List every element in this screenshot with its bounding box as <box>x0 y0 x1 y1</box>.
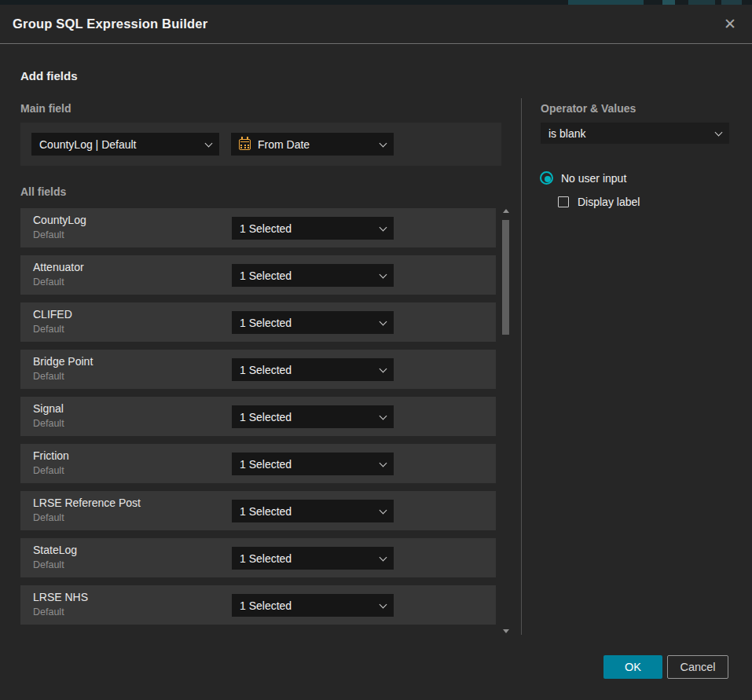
field-selected-value: 1 Selected <box>240 317 292 329</box>
field-row: Attenuator Default 1 Selected <box>20 255 496 295</box>
dialog-titlebar: Group SQL Expression Builder ✕ <box>0 5 752 44</box>
radio-checked-icon <box>540 171 553 185</box>
field-subtitle: Default <box>33 324 64 335</box>
no-user-input-radio[interactable]: No user input <box>540 171 626 185</box>
main-field-source-value: CountyLog | Default <box>39 138 137 151</box>
main-field-label: Main field <box>20 102 72 115</box>
field-name: Signal <box>33 402 64 415</box>
field-name: Friction <box>33 449 69 462</box>
field-selected-value: 1 Selected <box>240 222 292 235</box>
chevron-down-icon <box>380 365 387 372</box>
main-field-date-select[interactable]: From Date <box>231 133 394 156</box>
field-selected-value: 1 Selected <box>240 599 292 612</box>
chevron-down-icon <box>380 270 387 278</box>
scroll-down-icon[interactable] <box>503 629 509 633</box>
all-fields-list: CountyLog Default 1 Selected Attenuator … <box>20 208 496 632</box>
field-name: LRSE Reference Post <box>33 497 141 509</box>
field-selected-value: 1 Selected <box>240 269 292 282</box>
chevron-down-icon <box>380 459 387 467</box>
field-row: Friction Default 1 Selected <box>20 444 496 483</box>
field-selected-dropdown[interactable]: 1 Selected <box>232 594 394 617</box>
chevron-down-icon <box>380 317 387 325</box>
close-icon[interactable]: ✕ <box>721 15 739 34</box>
all-fields-label: All fields <box>20 185 66 198</box>
chevron-down-icon <box>205 139 213 147</box>
field-selected-value: 1 Selected <box>240 364 292 376</box>
main-field-source-select[interactable]: CountyLog | Default <box>31 133 219 156</box>
field-selected-dropdown[interactable]: 1 Selected <box>232 405 394 428</box>
chevron-down-icon <box>380 506 387 514</box>
chevron-down-icon <box>380 412 387 420</box>
field-subtitle: Default <box>33 418 64 429</box>
group-sql-expression-builder-dialog: Group SQL Expression Builder ✕ Add field… <box>0 5 752 700</box>
field-name: CLIFED <box>33 308 72 321</box>
field-selected-dropdown[interactable]: 1 Selected <box>232 311 394 334</box>
ok-button[interactable]: OK <box>603 655 662 679</box>
field-subtitle: Default <box>33 512 64 523</box>
add-fields-heading: Add fields <box>20 69 78 82</box>
field-row: StateLog Default 1 Selected <box>20 538 496 577</box>
field-selected-value: 1 Selected <box>240 411 292 423</box>
field-name: StateLog <box>33 544 77 556</box>
checkbox-unchecked-icon <box>558 196 569 207</box>
operator-values-label: Operator & Values <box>541 102 636 115</box>
scroll-up-icon[interactable] <box>503 209 509 213</box>
main-field-date-value: From Date <box>258 138 310 151</box>
chevron-down-icon <box>380 553 387 561</box>
calendar-icon <box>239 139 251 150</box>
field-selected-dropdown[interactable]: 1 Selected <box>232 453 394 475</box>
field-name: CountyLog <box>33 214 86 226</box>
main-field-panel: CountyLog | Default From Date <box>20 123 501 166</box>
operator-select[interactable]: is blank <box>541 123 729 144</box>
display-label-label: Display label <box>578 196 640 208</box>
field-subtitle: Default <box>33 559 64 570</box>
panel-divider <box>521 98 522 635</box>
dialog-title: Group SQL Expression Builder <box>13 16 207 31</box>
field-name: LRSE NHS <box>33 591 88 603</box>
field-row: Bridge Point Default 1 Selected <box>20 350 496 389</box>
field-selected-dropdown[interactable]: 1 Selected <box>232 358 394 381</box>
field-selected-value: 1 Selected <box>240 458 292 471</box>
field-row: LRSE Reference Post Default 1 Selected <box>20 491 496 530</box>
chevron-down-icon <box>380 223 387 231</box>
scrollbar-thumb[interactable] <box>502 220 509 335</box>
field-subtitle: Default <box>33 277 64 288</box>
field-subtitle: Default <box>33 465 64 476</box>
screen: Group SQL Expression Builder ✕ Add field… <box>0 0 752 700</box>
field-subtitle: Default <box>33 607 64 618</box>
field-name: Attenuator <box>33 261 84 273</box>
chevron-down-icon <box>380 139 387 147</box>
field-selected-value: 1 Selected <box>240 552 292 565</box>
chevron-down-icon <box>715 128 723 136</box>
field-row: CountyLog Default 1 Selected <box>20 208 496 247</box>
field-name: Bridge Point <box>33 355 93 368</box>
display-label-checkbox[interactable]: Display label <box>558 196 640 208</box>
chevron-down-icon <box>380 600 387 608</box>
operator-value: is blank <box>548 127 585 140</box>
field-selected-dropdown[interactable]: 1 Selected <box>232 217 394 240</box>
field-row: LRSE NHS Default 1 Selected <box>20 585 496 625</box>
cancel-button[interactable]: Cancel <box>667 655 728 679</box>
field-selected-value: 1 Selected <box>240 505 292 518</box>
field-row: Signal Default 1 Selected <box>20 397 496 436</box>
field-subtitle: Default <box>33 229 64 240</box>
field-selected-dropdown[interactable]: 1 Selected <box>232 264 394 287</box>
fields-scrollbar[interactable] <box>501 206 512 635</box>
field-selected-dropdown[interactable]: 1 Selected <box>232 500 394 522</box>
field-selected-dropdown[interactable]: 1 Selected <box>232 547 394 570</box>
no-user-input-label: No user input <box>561 172 626 185</box>
field-subtitle: Default <box>33 371 64 382</box>
field-row: CLIFED Default 1 Selected <box>20 302 496 342</box>
